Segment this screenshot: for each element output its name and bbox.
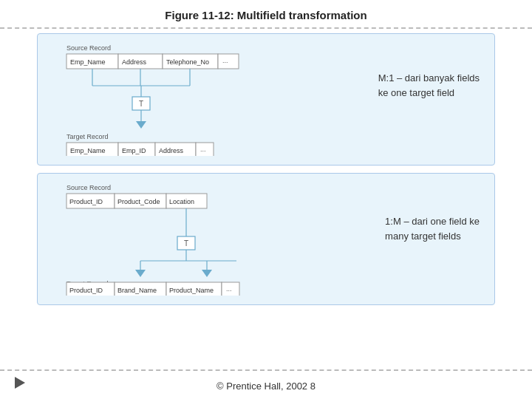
svg-text:T: T (184, 239, 188, 248)
source-record-label-1: Source Record (66, 44, 111, 52)
svg-text:Emp_Name: Emp_Name (70, 147, 106, 154)
svg-marker-39 (135, 270, 146, 277)
svg-text:Product_ID: Product_ID (69, 198, 103, 205)
page-title: Figure 11-12: Multifield transformation (0, 0, 532, 27)
svg-text:T: T (139, 100, 143, 108)
svg-text:Product_Name: Product_Name (169, 287, 214, 294)
svg-rect-6 (218, 54, 239, 69)
svg-text:···: ··· (226, 287, 232, 294)
svg-marker-41 (202, 270, 212, 277)
svg-text:Product_ID: Product_ID (69, 287, 103, 294)
svg-marker-16 (136, 121, 146, 129)
footer: © Prentice Hall, 2002 8 (0, 381, 532, 392)
svg-text:Emp_ID: Emp_ID (122, 147, 146, 154)
svg-text:Source Record: Source Record (66, 184, 111, 191)
svg-text:Brand_Name: Brand_Name (117, 287, 157, 294)
svg-text:···: ··· (200, 147, 206, 154)
diagram1-box: Source Record Emp_Name Address Telephone… (37, 33, 495, 166)
svg-text:Target Record: Target Record (66, 133, 109, 140)
svg-text:Product_Code: Product_Code (117, 198, 160, 205)
svg-text:Address: Address (122, 58, 147, 66)
footer-text: © Prentice Hall, 2002 8 (216, 381, 316, 392)
diagram2-box: Source Record Product_ID Product_Code Lo… (37, 173, 495, 305)
svg-text:···: ··· (222, 58, 228, 66)
diagram1-description: M:1 – dari banyak fields ke one target f… (378, 71, 480, 100)
diagram2-description: 1:M – dari one field ke many target fiel… (385, 214, 480, 243)
svg-text:Telephone_No: Telephone_No (166, 58, 209, 66)
svg-text:Location: Location (169, 198, 194, 205)
svg-text:Address: Address (159, 147, 184, 154)
svg-text:Emp_Name: Emp_Name (70, 58, 106, 66)
